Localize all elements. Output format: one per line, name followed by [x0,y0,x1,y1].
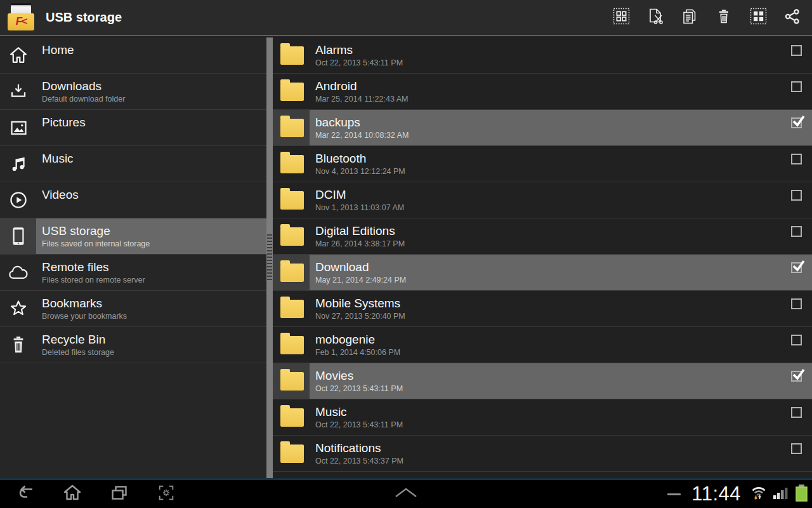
nav-bar: 11:44 [0,480,812,508]
row-checkbox[interactable] [791,226,802,237]
row-checkbox[interactable] [791,407,802,418]
share-button[interactable] [775,0,809,36]
file-name: mobogenie [315,332,812,347]
file-name: backups [315,115,812,130]
screenshot-icon [157,483,176,505]
file-date: Oct 22, 2013 5:43:11 PM [315,384,812,393]
sidebar: HomeDownloadsDefault download folderPict… [0,37,266,478]
list-item[interactable]: mobogenieFeb 1, 2014 4:50:06 PM [273,327,812,363]
sidebar-item-label: Home [42,43,266,57]
file-date: Nov 1, 2013 11:03:07 AM [315,203,812,212]
sidebar-item-videos[interactable]: Videos [0,182,266,218]
sidebar-item-sublabel: Browse your bookmarks [42,312,266,321]
sidebar-item-recycle-bin[interactable]: Recycle BinDeleted files storage [0,327,266,363]
sidebar-item-pictures[interactable]: Pictures [0,110,266,146]
row-checkbox[interactable] [791,117,802,128]
file-list: AlarmsOct 22, 2013 5:43:11 PMAndroidMar … [273,37,812,478]
list-item[interactable]: Digital EditionsMar 26, 2014 3:38:17 PM [273,218,812,255]
cut-icon [646,7,665,28]
list-item[interactable]: NotificationsOct 22, 2013 5:43:37 PM [273,436,812,472]
file-name: Alarms [315,43,812,57]
back-icon [16,485,35,504]
file-date: May 21, 2014 2:49:24 PM [315,276,812,284]
screenshot-button[interactable] [156,484,176,504]
grid-filled-icon [750,8,767,27]
trash-icon [715,8,733,28]
sidebar-item-bookmarks[interactable]: BookmarksBrowse your bookmarks [0,291,266,327]
file-date: Mar 26, 2014 3:38:17 PM [315,239,812,248]
row-checkbox[interactable] [791,81,802,92]
status-clock: 11:44 [691,483,741,505]
list-item[interactable]: AndroidMar 25, 2014 11:22:43 AM [273,74,812,110]
chevron-up-icon [391,487,421,501]
row-checkbox[interactable] [791,190,802,201]
sidebar-item-label: USB storage [42,224,266,238]
file-name: Notifications [315,441,812,455]
sidebar-item-label: Downloads [42,79,266,93]
sidebar-item-label: Pictures [42,115,266,130]
sidebar-item-music[interactable]: Music [0,146,266,182]
cut-button[interactable] [638,0,672,36]
file-date: Mar 22, 2014 10:08:32 AM [315,131,812,140]
view-grid-button[interactable] [604,0,638,36]
row-checkbox[interactable] [791,443,802,454]
file-commander-app: F< USB storage [0,0,812,508]
sidebar-item-sublabel: Deleted files storage [42,348,266,357]
list-item[interactable]: AlarmsOct 22, 2013 5:43:11 PM [273,37,812,74]
home-button[interactable] [62,484,82,504]
copy-button[interactable] [672,0,707,36]
app-logo-icon[interactable]: F< [6,4,36,31]
battery-icon [795,483,808,505]
file-name: Bluetooth [315,151,812,166]
quick-panel-button[interactable] [390,484,422,504]
app-bar: F< USB storage [0,0,812,36]
row-checkbox[interactable] [791,371,802,382]
list-item[interactable]: DownloadMay 21, 2014 2:49:24 PM [273,255,812,291]
recents-button[interactable] [109,484,129,504]
list-item[interactable]: Mobile SystemsNov 27, 2013 5:20:40 PM [273,291,812,327]
file-name: Download [315,260,812,274]
list-item[interactable]: BluetoothNov 4, 2013 12:12:24 PM [273,146,812,182]
grid-outline-icon [613,8,630,27]
row-checkbox[interactable] [791,298,802,309]
file-date: Nov 4, 2013 12:12:24 PM [315,167,812,176]
panel-divider [266,37,273,478]
sidebar-item-sublabel: Files saved on internal storage [42,239,266,248]
signal-icon [773,485,789,503]
list-item[interactable]: DCIMNov 1, 2013 11:03:07 AM [273,182,812,218]
file-date: Nov 27, 2013 5:20:40 PM [315,312,812,321]
list-item[interactable]: MusicOct 22, 2013 5:43:11 PM [273,399,812,436]
sidebar-item-remote-files[interactable]: Remote filesFiles stored on remote serve… [0,255,266,291]
file-name: Movies [315,368,812,383]
file-name: Digital Editions [315,224,812,238]
file-name: Android [315,79,812,93]
share-icon [783,8,801,28]
file-date: Mar 25, 2014 11:22:43 AM [315,95,812,104]
file-date: Oct 22, 2013 5:43:37 PM [315,457,812,465]
row-checkbox[interactable] [791,154,802,164]
list-item[interactable]: MoviesOct 22, 2013 5:43:11 PM [273,363,812,399]
file-name: Mobile Systems [315,296,812,311]
panel-resize-handle[interactable] [267,234,272,281]
list-item[interactable]: backupsMar 22, 2014 10:08:32 AM [273,110,812,146]
row-checkbox[interactable] [791,262,802,273]
sidebar-item-home[interactable]: Home [0,37,266,74]
sidebar-item-downloads[interactable]: DownloadsDefault download folder [0,74,266,110]
sidebar-item-label: Remote files [42,260,266,274]
file-name: DCIM [315,187,812,202]
wifi-icon [750,485,767,504]
recents-icon [110,484,129,504]
sidebar-item-label: Music [42,151,266,166]
sidebar-item-label: Bookmarks [42,296,266,311]
sidebar-item-sublabel: Files stored on remote server [42,276,266,284]
file-date: Oct 22, 2013 5:43:11 PM [315,420,812,429]
sidebar-item-usb-storage[interactable]: USB storageFiles saved on internal stora… [0,218,266,255]
delete-button[interactable] [707,0,741,36]
back-button[interactable] [15,484,36,504]
file-name: Music [315,404,812,419]
row-checkbox[interactable] [791,45,802,56]
file-date: Oct 22, 2013 5:43:11 PM [315,58,812,67]
row-checkbox[interactable] [791,335,802,345]
select-all-button[interactable] [741,0,775,36]
dash-icon [667,493,681,495]
